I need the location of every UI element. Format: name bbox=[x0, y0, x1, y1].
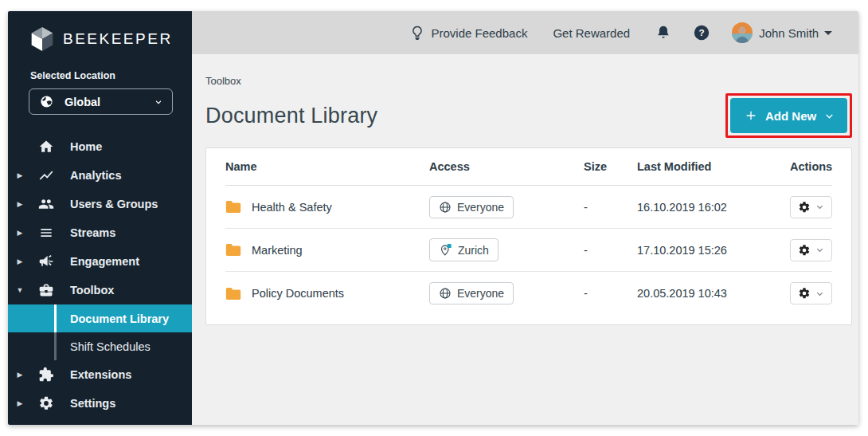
access-badge: Everyone bbox=[429, 196, 514, 218]
sidebar-subitem-document-library[interactable]: Document Library bbox=[8, 304, 192, 332]
sidebar-item-toolbox[interactable]: ▼ Toolbox bbox=[8, 276, 192, 304]
table-row[interactable]: Health & Safety Everyone - 16.10.2019 16… bbox=[225, 186, 832, 229]
user-name: John Smith bbox=[759, 26, 819, 40]
access-badge: Zurich bbox=[429, 238, 499, 261]
selected-location-label: Selected Location bbox=[8, 53, 192, 81]
row-actions-button[interactable] bbox=[790, 282, 832, 304]
column-header-access: Access bbox=[429, 160, 584, 173]
chevron-down-icon bbox=[154, 98, 162, 106]
folder-icon bbox=[225, 200, 241, 214]
app-window: BEEKEEPER Selected Location Global Home … bbox=[8, 11, 858, 425]
table-row[interactable]: Policy Documents Everyone - 20.05.2019 1… bbox=[225, 272, 832, 315]
expand-right-icon: ▶ bbox=[8, 171, 32, 179]
page-content: Toolbox Document Library Add New Name Ac… bbox=[192, 54, 858, 425]
sidebar-subitem-label: Document Library bbox=[70, 312, 169, 325]
users-icon bbox=[38, 196, 54, 212]
home-icon bbox=[38, 139, 54, 155]
sidebar-item-label: Engagement bbox=[70, 255, 139, 268]
location-selector[interactable]: Global bbox=[29, 88, 173, 115]
provide-feedback-link[interactable]: Provide Feedback bbox=[409, 25, 528, 41]
topbar: Provide Feedback Get Rewarded ? bbox=[192, 11, 858, 54]
get-rewarded-label: Get Rewarded bbox=[553, 26, 630, 40]
column-header-size: Size bbox=[584, 160, 637, 173]
table-row[interactable]: Marketing Zurich - 17.10.2019 15:26 bbox=[225, 229, 832, 272]
svg-text:?: ? bbox=[699, 27, 705, 37]
sidebar-item-analytics[interactable]: ▶ Analytics bbox=[8, 161, 192, 190]
size-value: - bbox=[584, 287, 637, 300]
sidebar-subitem-shift-schedules[interactable]: Shift Schedules bbox=[8, 332, 192, 360]
streams-icon bbox=[38, 225, 54, 241]
access-label: Everyone bbox=[457, 201, 504, 214]
folder-name[interactable]: Policy Documents bbox=[252, 287, 344, 300]
sidebar-subitem-label: Shift Schedules bbox=[70, 340, 151, 353]
globe-icon bbox=[40, 95, 53, 108]
help-icon[interactable]: ? bbox=[694, 25, 710, 41]
size-value: - bbox=[584, 244, 637, 257]
gear-icon bbox=[798, 287, 811, 300]
sidebar-item-label: Toolbox bbox=[70, 284, 114, 297]
column-header-actions: Actions bbox=[790, 160, 832, 173]
folder-icon bbox=[225, 243, 241, 257]
bell-icon[interactable] bbox=[655, 25, 671, 41]
provide-feedback-label: Provide Feedback bbox=[432, 26, 528, 40]
access-label: Zurich bbox=[458, 244, 489, 257]
avatar-image bbox=[732, 22, 753, 43]
sidebar-item-label: Analytics bbox=[70, 169, 121, 182]
gear-icon bbox=[38, 395, 54, 411]
chevron-down-icon bbox=[815, 202, 824, 211]
lightbulb-icon bbox=[409, 25, 425, 41]
add-new-label: Add New bbox=[765, 109, 816, 123]
last-modified-value: 20.05.2019 10:43 bbox=[637, 287, 790, 300]
get-rewarded-link[interactable]: Get Rewarded bbox=[553, 26, 630, 40]
add-new-button[interactable]: Add New bbox=[730, 98, 847, 133]
breadcrumb[interactable]: Toolbox bbox=[205, 75, 852, 87]
folder-name[interactable]: Health & Safety bbox=[252, 201, 332, 214]
last-modified-value: 16.10.2019 16:02 bbox=[637, 201, 790, 214]
globe-icon bbox=[439, 201, 452, 214]
folder-name[interactable]: Marketing bbox=[252, 244, 303, 257]
user-menu[interactable]: John Smith bbox=[759, 26, 832, 40]
avatar[interactable] bbox=[732, 22, 753, 43]
sidebar-item-settings[interactable]: ▶ Settings bbox=[8, 389, 192, 418]
expand-right-icon: ▶ bbox=[8, 257, 32, 265]
access-badge: Everyone bbox=[429, 282, 514, 304]
gear-icon bbox=[798, 201, 811, 214]
sidebar-item-users-groups[interactable]: ▶ Users & Groups bbox=[8, 190, 192, 218]
sidebar: BEEKEEPER Selected Location Global Home … bbox=[8, 11, 192, 425]
gear-icon bbox=[798, 244, 811, 257]
sidebar-nav: Home ▶ Analytics ▶ Users & Groups ▶ Stre… bbox=[8, 132, 192, 418]
sidebar-item-extensions[interactable]: ▶ Extensions bbox=[8, 360, 192, 389]
size-value: - bbox=[584, 201, 637, 214]
column-header-name: Name bbox=[225, 160, 429, 173]
document-table-card: Name Access Size Last Modified Actions H… bbox=[205, 147, 852, 325]
sidebar-item-engagement[interactable]: ▶ Engagement bbox=[8, 247, 192, 276]
sidebar-item-label: Users & Groups bbox=[70, 198, 158, 210]
sidebar-item-streams[interactable]: ▶ Streams bbox=[8, 218, 192, 247]
access-label: Everyone bbox=[457, 287, 504, 300]
table-header: Name Access Size Last Modified Actions bbox=[225, 148, 832, 186]
expand-right-icon: ▶ bbox=[8, 200, 32, 208]
last-modified-value: 17.10.2019 15:26 bbox=[637, 244, 790, 257]
row-actions-button[interactable] bbox=[790, 196, 832, 218]
sidebar-item-label: Settings bbox=[70, 397, 115, 410]
globe-icon bbox=[439, 287, 452, 300]
annotation-highlight: Add New bbox=[725, 93, 852, 138]
page-header: Document Library Add New bbox=[205, 93, 852, 138]
brand-logo: BEEKEEPER bbox=[8, 11, 192, 53]
page-title: Document Library bbox=[205, 104, 377, 128]
row-actions-button[interactable] bbox=[790, 239, 832, 261]
expand-right-icon: ▶ bbox=[8, 371, 32, 379]
expand-right-icon: ▶ bbox=[8, 229, 32, 237]
sidebar-item-label: Streams bbox=[70, 226, 115, 239]
location-value: Global bbox=[65, 96, 154, 108]
analytics-icon bbox=[38, 167, 54, 183]
toolbox-icon bbox=[38, 282, 54, 298]
megaphone-icon bbox=[38, 253, 54, 269]
sidebar-item-home[interactable]: Home bbox=[8, 132, 192, 161]
puzzle-icon bbox=[38, 367, 54, 383]
main-area: Provide Feedback Get Rewarded ? bbox=[192, 11, 858, 425]
brand-name: BEEKEEPER bbox=[63, 30, 173, 48]
sidebar-item-label: Extensions bbox=[70, 368, 131, 381]
sidebar-item-label: Home bbox=[70, 140, 102, 153]
location-pin-icon bbox=[439, 243, 452, 257]
